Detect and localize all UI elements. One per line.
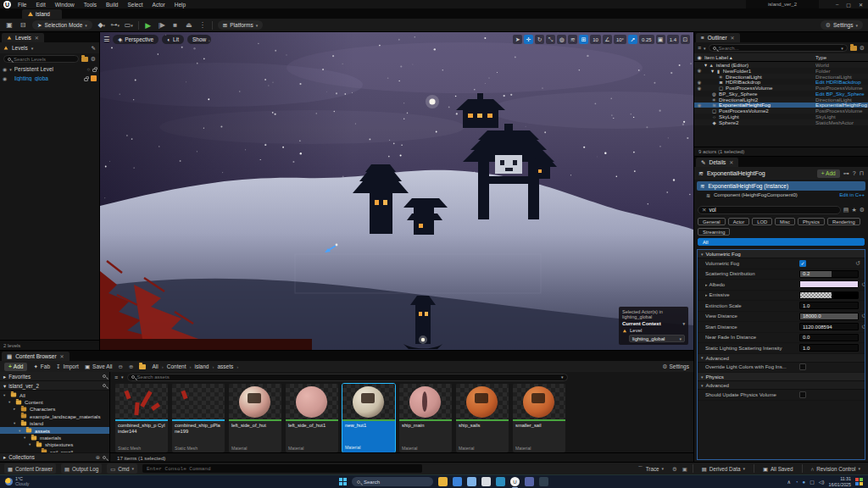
- lock-icon[interactable]: [84, 78, 88, 81]
- asset-tile[interactable]: left_side_of_hut1Material: [286, 384, 338, 452]
- filter-tab-all[interactable]: All: [698, 238, 865, 246]
- filter-tab-misc[interactable]: Misc: [775, 218, 795, 225]
- lock-icon[interactable]: [92, 69, 97, 72]
- tree-item-all[interactable]: ▾All: [0, 391, 109, 398]
- property-checkbox[interactable]: [799, 391, 806, 398]
- filter-icon[interactable]: ≡: [114, 374, 118, 380]
- property-checkbox[interactable]: ✓: [799, 260, 806, 267]
- search-icon[interactable]: [103, 374, 106, 378]
- tree-item-example_landscape_materials[interactable]: example_landscape_materials: [0, 413, 109, 419]
- filter-tab-actor[interactable]: Actor: [728, 218, 750, 225]
- platforms-dropdown[interactable]: ⊞ Platforms▾: [218, 20, 263, 30]
- gear-icon[interactable]: ⚙: [91, 56, 96, 63]
- edge-icon[interactable]: [453, 477, 462, 486]
- level-row-lighting-global[interactable]: ◉ ▾ lighting_globa: [0, 74, 99, 83]
- menu-file[interactable]: File: [18, 2, 26, 8]
- tab-details[interactable]: ✎ Details✕: [696, 158, 738, 167]
- camera-speed-icon[interactable]: ▣: [656, 35, 665, 44]
- visibility-eye-icon[interactable]: ◉: [694, 68, 704, 73]
- search-icon[interactable]: [103, 384, 106, 387]
- rotation-snap-value[interactable]: 10°: [614, 35, 626, 44]
- eye-icon[interactable]: ◉: [3, 75, 7, 81]
- tree-item-materials[interactable]: ▾materials: [0, 434, 109, 441]
- blueprints-dropdown[interactable]: ⊶▾: [111, 21, 120, 30]
- selection-mode-dropdown[interactable]: ➤ Selection Mode▾: [32, 20, 92, 30]
- rotate-tool-icon[interactable]: ↻: [535, 35, 544, 44]
- tab-levels[interactable]: Levels✕: [2, 33, 44, 42]
- section-advanced[interactable]: ▾Advanced: [698, 354, 865, 363]
- steam-icon[interactable]: [539, 477, 548, 486]
- details-search-input[interactable]: ✕ vol: [698, 206, 841, 214]
- code-icon[interactable]: [496, 477, 505, 486]
- menu-select[interactable]: Select: [127, 2, 142, 8]
- derived-data-dropdown[interactable]: ▤Derived Data▾: [698, 463, 748, 474]
- filter-tab-lod[interactable]: LOD: [752, 218, 772, 225]
- unreal-icon[interactable]: U: [510, 477, 520, 486]
- save-all-button[interactable]: ▣Save All: [85, 363, 113, 370]
- section-volumetric-fog[interactable]: ▾Volumetric Fog: [698, 250, 865, 258]
- property-input[interactable]: 1.0: [799, 344, 859, 352]
- property-value[interactable]: 1120.008594: [799, 323, 859, 330]
- filter-tab-general[interactable]: General: [698, 218, 726, 225]
- asset-tile[interactable]: ship_mainMaterial: [399, 384, 452, 452]
- import-button[interactable]: ↧Import: [56, 363, 79, 370]
- brush-icon[interactable]: ✎: [92, 45, 96, 52]
- color-swatch[interactable]: [799, 291, 859, 299]
- move-tool-icon[interactable]: ✛: [524, 35, 533, 44]
- show-dropdown[interactable]: Show: [187, 35, 211, 44]
- favorites-section[interactable]: ▸Favorites: [0, 372, 109, 381]
- tab-outliner[interactable]: ≡ Outliner✕: [696, 33, 740, 42]
- lock-details-icon[interactable]: ⊓: [860, 170, 864, 177]
- weather-widget[interactable]: 1°CCloudy: [5, 477, 30, 487]
- add-component-button[interactable]: + Add: [817, 169, 840, 178]
- section-advanced[interactable]: ▾Advanced: [698, 381, 865, 390]
- property-value[interactable]: 18000.0: [799, 313, 859, 320]
- all-saved-button[interactable]: ▣All Saved: [760, 463, 797, 474]
- scale-snap-value[interactable]: 0.25: [639, 35, 654, 44]
- scene-canvas[interactable]: [100, 32, 693, 350]
- file-explorer-icon[interactable]: [438, 477, 448, 486]
- property-value[interactable]: 0.0: [799, 334, 859, 341]
- search-icon[interactable]: [103, 456, 106, 459]
- tab-island[interactable]: island: [22, 9, 62, 19]
- levels-dropdown[interactable]: Levels: [12, 45, 28, 51]
- asset-search-input[interactable]: Search assets ▾: [127, 374, 568, 381]
- add-button[interactable]: +Add: [4, 363, 27, 371]
- tree-item-island[interactable]: ▾island: [0, 420, 109, 427]
- property-value[interactable]: 0.2: [799, 270, 859, 278]
- open-level-icon[interactable]: ⊟: [19, 21, 27, 30]
- close-icon[interactable]: ✕: [60, 353, 64, 359]
- tray-expand-icon[interactable]: ∧: [787, 479, 791, 485]
- outliner-row[interactable]: ◆Sphere2StaticMeshActor: [694, 119, 868, 125]
- minimize-button[interactable]: –: [836, 2, 838, 7]
- tree-item-characters[interactable]: ▸Characters: [0, 406, 109, 413]
- fab-button[interactable]: ✦Fab: [33, 363, 50, 370]
- property-input[interactable]: 1120.008594: [799, 323, 859, 330]
- viewport-menu-icon[interactable]: ☰: [103, 36, 109, 43]
- start-button[interactable]: [339, 478, 347, 485]
- back-icon[interactable]: ⊖: [119, 363, 123, 370]
- play-button[interactable]: ▶: [144, 21, 153, 30]
- notifications-icon[interactable]: [855, 478, 863, 485]
- menu-tools[interactable]: Tools: [84, 2, 97, 8]
- property-input[interactable]: 0.2: [799, 270, 859, 278]
- visibility-column-icon[interactable]: ◉: [694, 54, 704, 60]
- settings-icon[interactable]: ⚙: [672, 466, 677, 472]
- tree-item-assets[interactable]: ▾assets: [0, 427, 109, 434]
- clear-search-icon[interactable]: ✕: [702, 207, 706, 214]
- menu-build[interactable]: Build: [106, 2, 118, 8]
- property-value[interactable]: [799, 391, 851, 398]
- photos-icon[interactable]: [481, 477, 491, 486]
- section-physics[interactable]: ▾Physics: [698, 373, 865, 381]
- camera-speed-value[interactable]: 1.4: [667, 35, 679, 44]
- close-icon[interactable]: ✕: [731, 35, 735, 41]
- property-value[interactable]: 1.0: [799, 344, 859, 352]
- content-drawer-button[interactable]: ▦Content Drawer: [4, 463, 56, 474]
- reset-icon[interactable]: ↺: [861, 281, 865, 288]
- level-row-persistent[interactable]: ◉ ▾ Persistent Level ○: [0, 64, 99, 74]
- help-icon[interactable]: ?: [853, 170, 856, 176]
- filter-icon[interactable]: ≡: [698, 45, 701, 51]
- eject-button[interactable]: ⏏: [185, 21, 193, 30]
- reset-icon[interactable]: ↺: [861, 324, 865, 330]
- property-value[interactable]: [799, 291, 859, 299]
